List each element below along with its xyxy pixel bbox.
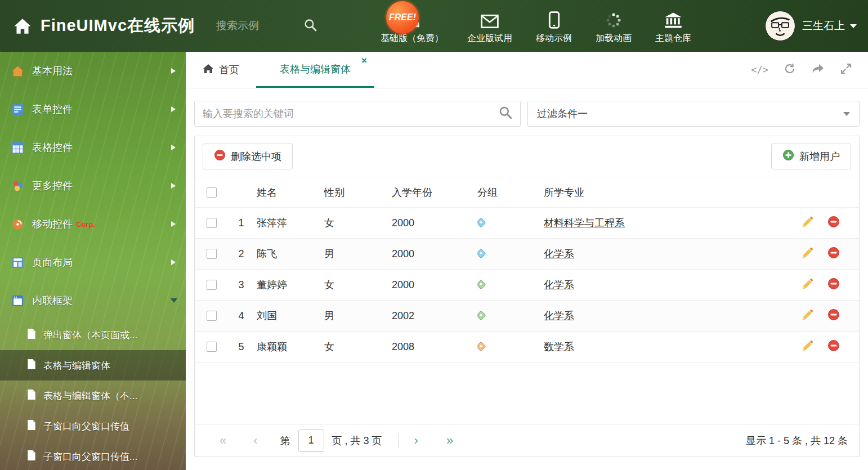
nav-loading-animation[interactable]: 加载动画 [584, 11, 643, 44]
filter-row: 过滤条件一 [194, 101, 860, 127]
sidebar-subitem-label: 子窗口向父窗口传值 [43, 420, 129, 433]
sidebar-subitem-grid-edit-window-2[interactable]: 表格与编辑窗体（不... [0, 381, 186, 411]
table-header-row: 姓名 性别 入学年份 分组 所学专业 [195, 177, 859, 208]
tab-bar: 首页 表格与编辑窗体 × </> [186, 52, 868, 88]
delete-row-icon[interactable] [827, 247, 840, 262]
delete-row-icon[interactable] [827, 277, 840, 293]
column-header-gender: 性别 [321, 186, 389, 199]
search-icon[interactable] [304, 19, 317, 34]
cell-gender: 女 [321, 340, 389, 353]
sidebar-subitem-child-to-parent[interactable]: 子窗口向父窗口传值 [0, 411, 186, 441]
nav-theme-store[interactable]: 主题仓库 [643, 11, 703, 44]
row-index: 5 [229, 341, 254, 353]
major-link[interactable]: 数学系 [544, 341, 574, 352]
filter-dropdown[interactable]: 过滤条件一 [527, 101, 860, 127]
sidebar-subitem-label: 弹出窗体（本页面或... [43, 329, 137, 342]
sidebar-subitem-grid-edit-window[interactable]: 表格与编辑窗体 [0, 350, 186, 381]
expand-icon[interactable] [840, 62, 852, 77]
avatar [765, 11, 795, 41]
last-page-button[interactable]: » [446, 435, 453, 447]
cell-gender: 男 [321, 309, 389, 323]
page-label-prefix: 第 [280, 434, 290, 447]
record-summary: 显示 1 - 5 条 , 共 12 条 [746, 434, 848, 447]
source-code-icon[interactable]: </> [751, 64, 768, 75]
header-nav: 基础版（免费） 企业版试用 移动示例 加载动画 [369, 11, 703, 44]
sidebar-item-grid-controls[interactable]: 表格控件 [0, 128, 186, 167]
page-number-input[interactable] [298, 429, 324, 452]
row-index: 4 [229, 310, 254, 322]
edit-pencil-icon[interactable] [802, 247, 814, 262]
prev-page-button[interactable]: ‹ [253, 435, 257, 447]
sidebar-item-label: 表单控件 [32, 102, 73, 116]
sidebar-item-label: 更多控件 [32, 179, 73, 193]
row-checkbox[interactable] [207, 218, 217, 228]
mobile-icon [10, 218, 25, 230]
nav-enterprise-trial[interactable]: 企业版试用 [455, 11, 524, 44]
row-checkbox[interactable] [207, 249, 217, 259]
sidebar-item-more-controls[interactable]: 更多控件 [0, 167, 186, 205]
edit-pencil-icon[interactable] [802, 308, 814, 324]
user-name: 三生石上 [802, 19, 845, 33]
sidebar-item-inline-frame[interactable]: 内联框架 [0, 281, 186, 320]
delete-row-icon[interactable] [827, 216, 840, 231]
button-label: 删除选中项 [231, 150, 281, 163]
filter-dropdown-value: 过滤条件一 [537, 107, 588, 120]
tab-tools: </> [751, 52, 868, 88]
tab-grid-edit-window[interactable]: 表格与编辑窗体 × [256, 52, 374, 88]
form-icon [10, 104, 25, 115]
first-page-button[interactable]: « [220, 435, 226, 447]
nav-label: 企业版试用 [467, 33, 512, 44]
delete-row-icon[interactable] [827, 339, 840, 355]
major-link[interactable]: 化学系 [544, 248, 574, 259]
keyword-search-input[interactable] [203, 108, 499, 120]
edit-pencil-icon[interactable] [802, 216, 814, 231]
next-page-button[interactable]: › [414, 435, 418, 447]
page-icon [27, 389, 36, 403]
delete-row-icon[interactable] [827, 308, 840, 324]
search-icon[interactable] [499, 106, 512, 122]
major-link[interactable]: 化学系 [544, 279, 574, 290]
user-menu[interactable]: 三生石上 [765, 11, 857, 41]
cell-year: 2002 [389, 310, 473, 322]
row-index: 2 [229, 248, 254, 260]
chevron-down-icon [843, 112, 850, 116]
sidebar-item-mobile-controls[interactable]: 移动控件 Corp. [0, 205, 186, 243]
delete-selected-button[interactable]: 删除选中项 [203, 144, 293, 169]
tab-label: 表格与编辑窗体 [280, 62, 351, 76]
row-checkbox[interactable] [207, 311, 217, 321]
nav-mobile-demo[interactable]: 移动示例 [524, 11, 584, 44]
tag-icon [476, 248, 486, 258]
row-index: 1 [229, 217, 254, 229]
home-icon[interactable] [14, 18, 32, 34]
sidebar-item-page-layout[interactable]: 页面布局 [0, 243, 186, 281]
nav-label: 基础版（免费） [381, 33, 444, 44]
row-checkbox[interactable] [207, 342, 217, 352]
major-link[interactable]: 化学系 [544, 310, 574, 321]
sidebar-item-label: 表格控件 [32, 141, 73, 154]
major-link[interactable]: 材料科学与工程系 [544, 217, 625, 229]
sidebar: 基本用法 表单控件 表格控件 更多控件 移动控件 Corp. 页面布局 [0, 52, 186, 470]
header-search-input[interactable] [216, 20, 295, 32]
refresh-icon[interactable] [784, 62, 796, 77]
cell-year: 2008 [389, 341, 473, 353]
edit-pencil-icon[interactable] [802, 339, 814, 355]
add-user-button[interactable]: 新增用户 [771, 144, 851, 169]
close-icon[interactable]: × [361, 56, 367, 65]
mail-icon [481, 11, 499, 29]
row-checkbox[interactable] [207, 280, 217, 290]
sidebar-subitem-popup-window[interactable]: 弹出窗体（本页面或... [0, 320, 186, 350]
tab-home[interactable]: 首页 [186, 52, 256, 88]
cell-gender: 女 [321, 216, 389, 230]
tag-icon [476, 217, 486, 227]
cell-name: 康颖颖 [254, 340, 321, 353]
spinner-icon [605, 11, 622, 29]
sidebar-item-basic-usage[interactable]: 基本用法 [0, 52, 186, 90]
edit-pencil-icon[interactable] [802, 277, 814, 293]
sidebar-subitem-child-to-parent-2[interactable]: 子窗口向父窗口传值... [0, 441, 186, 470]
share-icon[interactable] [811, 62, 825, 77]
row-index: 3 [229, 279, 254, 291]
chevron-right-icon [171, 106, 176, 112]
home-icon [203, 64, 214, 77]
select-all-checkbox[interactable] [207, 187, 217, 198]
sidebar-item-form-controls[interactable]: 表单控件 [0, 90, 186, 128]
